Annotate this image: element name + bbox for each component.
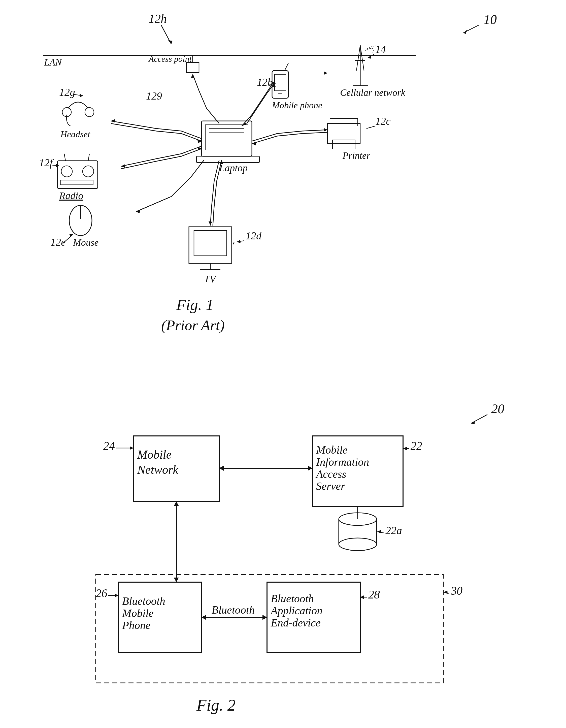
- svg-marker-102: [115, 594, 118, 597]
- svg-rect-17: [197, 156, 260, 163]
- bluetooth-arrow-label: Bluetooth: [212, 604, 255, 616]
- svg-marker-91: [377, 530, 381, 533]
- svg-rect-41: [332, 140, 355, 143]
- svg-rect-5: [187, 62, 199, 73]
- svg-marker-70: [121, 164, 125, 168]
- mias-text-line4: Server: [316, 480, 345, 492]
- svg-marker-108: [202, 615, 206, 620]
- mobile-network-text-line2: Network: [137, 463, 179, 476]
- ref-26: 26: [96, 587, 107, 600]
- svg-marker-67: [242, 122, 248, 126]
- svg-line-38: [366, 126, 375, 129]
- fig1-subtitle: (Prior Art): [161, 317, 225, 333]
- fig2-title: Fig. 2: [196, 696, 236, 714]
- svg-marker-69: [252, 142, 256, 145]
- radio-label: Radio: [59, 190, 83, 201]
- tv-label: TV: [204, 273, 217, 284]
- ref-14: 14: [375, 44, 386, 55]
- ref-12g: 12g: [59, 86, 75, 98]
- svg-rect-46: [57, 161, 98, 188]
- svg-line-33: [360, 45, 364, 71]
- svg-rect-43: [332, 146, 355, 149]
- svg-marker-84: [308, 466, 312, 471]
- svg-marker-27: [324, 71, 327, 75]
- access-point-label: Access point: [148, 54, 192, 64]
- svg-marker-73: [209, 221, 212, 226]
- svg-marker-82: [403, 447, 407, 450]
- ref-22a: 22a: [385, 524, 402, 537]
- svg-marker-105: [360, 595, 364, 599]
- svg-rect-51: [60, 180, 93, 185]
- ref-12f: 12f: [39, 157, 54, 169]
- mobile-phone-label: Mobile phone: [272, 100, 322, 110]
- svg-marker-74: [220, 160, 223, 164]
- svg-point-47: [61, 166, 72, 177]
- mias-text-line1: Mobile: [316, 444, 347, 456]
- svg-marker-63: [191, 74, 195, 78]
- lan-label: LAN: [44, 57, 62, 68]
- ref-20: 20: [491, 402, 504, 416]
- mobile-network-text-line1: Mobile: [137, 448, 172, 461]
- ref-10: 10: [484, 12, 497, 27]
- svg-point-48: [83, 166, 94, 177]
- headset-label: Headset: [60, 129, 90, 139]
- svg-marker-85: [219, 466, 224, 471]
- mias-text-line2: Information: [316, 456, 369, 468]
- svg-marker-68: [324, 128, 327, 132]
- svg-marker-72: [136, 210, 140, 213]
- bt-app-line2: Application: [270, 605, 322, 617]
- ref-12h: 12h: [149, 12, 167, 25]
- bt-mobile-phone-line1: Bluetooth: [122, 595, 165, 607]
- bt-app-line1: Bluetooth: [271, 592, 314, 605]
- svg-marker-107: [263, 615, 267, 620]
- ref-12c: 12c: [375, 115, 391, 127]
- svg-rect-23: [275, 74, 286, 91]
- page: 10 12h LAN Access point Laptop: [0, 0, 566, 728]
- mias-text-line3: Access: [315, 468, 346, 480]
- svg-rect-57: [194, 231, 227, 256]
- svg-rect-56: [189, 227, 232, 263]
- svg-line-25: [284, 63, 288, 71]
- svg-point-21: [85, 108, 94, 117]
- ref-12e: 12e: [50, 236, 66, 248]
- ref-28: 28: [368, 588, 380, 601]
- svg-line-50: [88, 154, 89, 161]
- cellular-network-label: Cellular network: [340, 87, 405, 98]
- mouse-label: Mouse: [73, 237, 99, 248]
- svg-marker-64: [111, 119, 115, 122]
- svg-marker-79: [130, 446, 134, 450]
- ref-22: 22: [410, 439, 422, 452]
- printer-label: Printer: [342, 150, 370, 161]
- svg-line-62: [233, 242, 234, 244]
- svg-line-32: [356, 45, 360, 71]
- svg-rect-12: [202, 121, 252, 156]
- svg-marker-96: [174, 501, 179, 506]
- svg-point-89: [339, 538, 376, 551]
- svg-marker-99: [444, 590, 448, 594]
- svg-marker-3: [168, 40, 173, 44]
- svg-marker-95: [174, 578, 179, 582]
- laptop-label: Laptop: [219, 162, 248, 174]
- svg-line-49: [64, 154, 66, 161]
- svg-rect-40: [330, 118, 358, 126]
- svg-marker-76: [471, 421, 475, 424]
- svg-marker-1: [463, 30, 467, 34]
- ref-24: 24: [103, 439, 115, 452]
- bt-app-line3: End-device: [271, 617, 321, 629]
- fig1-title: Fig. 1: [176, 296, 214, 313]
- ref-129: 129: [146, 90, 162, 102]
- ref-30: 30: [451, 584, 462, 597]
- ref-12d: 12d: [246, 230, 262, 242]
- bt-mobile-phone-line3: Phone: [122, 619, 150, 631]
- bt-mobile-phone-line2: Mobile: [122, 607, 154, 619]
